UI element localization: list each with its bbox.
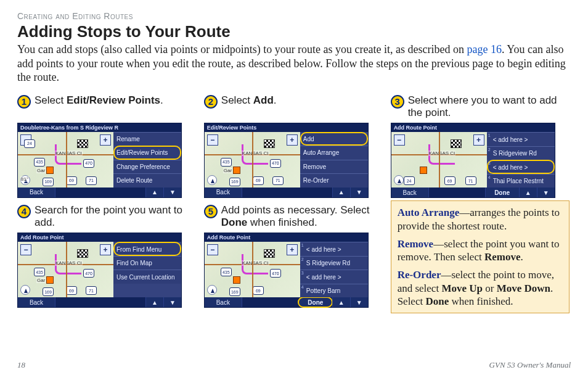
scroll-down-icon[interactable]: ▼: [537, 188, 555, 197]
column-1: 1 Select Edit/Review Points. Doubletree-…: [17, 91, 187, 314]
menu-item-thai-place[interactable]: 4Thai Place Restrnt: [487, 174, 555, 188]
zoom-out-icon[interactable]: −: [394, 134, 405, 146]
city-label: Gar: [36, 168, 46, 173]
step-badge: 1: [17, 95, 31, 109]
scroll-up-icon[interactable]: ▲: [145, 188, 163, 197]
hwy-shield: 435: [34, 158, 45, 167]
menu-item-ridgeview[interactable]: 2S Ridgeview Rd: [487, 146, 555, 160]
back-button[interactable]: Back: [18, 297, 55, 307]
step-3: 3 Select where you to want to add the po…: [391, 94, 571, 120]
compass-icon: [207, 285, 217, 295]
menu-item-ridgeview[interactable]: 2S Ridgeview Rd: [300, 256, 368, 270]
destination-flag-icon: [77, 249, 88, 258]
menu-item-add-here[interactable]: 1< add here >: [300, 242, 368, 256]
step-1: 1 Select Edit/Review Points.: [17, 94, 187, 119]
zoom-in-icon[interactable]: +: [287, 244, 298, 255]
device-menu: 1< add here > 2S Ridgeview Rd 3< add her…: [487, 132, 555, 188]
back-button[interactable]: Back: [18, 188, 55, 197]
scroll-down-icon[interactable]: ▼: [163, 188, 181, 197]
step-badge: 4: [17, 205, 31, 218]
city-label: KANSAS CI: [242, 150, 269, 156]
menu-item-add-here-2[interactable]: 3< add here >: [300, 270, 368, 284]
start-pin-icon: [46, 276, 54, 284]
hwy-shield: 470: [83, 269, 94, 278]
menu-item-rename[interactable]: Rename: [113, 132, 181, 146]
device-menu: Rename Edit/Review Points Change Prefere…: [113, 132, 181, 188]
destination-flag-icon: [451, 139, 462, 148]
scroll-up-icon[interactable]: ▲: [332, 297, 350, 307]
hwy-shield: 69: [66, 176, 77, 185]
menu-item-add-here[interactable]: 1< add here >: [487, 132, 555, 146]
zoom-out-icon[interactable]: −: [20, 244, 31, 255]
step-5: 5 Add points as necessary. Select Done w…: [204, 204, 374, 229]
menu-item-auto-arrange[interactable]: Auto Arrange: [300, 146, 368, 160]
back-button[interactable]: Back: [205, 188, 242, 197]
map-pane[interactable]: − + 435 470 69 71 169 KANSAS CI Gar: [205, 132, 300, 188]
manual-title: GVN 53 Owner's Manual: [489, 360, 571, 370]
step-badge: 5: [204, 205, 218, 218]
done-button[interactable]: Done: [298, 297, 332, 307]
intro-text: You can add stops (also called via point…: [17, 43, 467, 56]
scroll-up-icon[interactable]: ▲: [519, 188, 537, 197]
device-title: Add Route Point: [18, 233, 181, 242]
step-badge: 2: [204, 95, 218, 109]
screenshot-3: Add Route Point − + 69 71 24 KANSAS CI 1…: [391, 123, 555, 198]
hwy-shield: 71: [272, 176, 284, 185]
hwy-shield: 71: [465, 176, 476, 185]
hwy-shield: 169: [229, 178, 240, 186]
hwy-shield: 71: [86, 286, 97, 295]
zoom-out-icon[interactable]: −: [207, 134, 218, 146]
back-button[interactable]: Back: [205, 297, 242, 307]
zoom-in-icon[interactable]: +: [287, 134, 298, 146]
zoom-in-icon[interactable]: +: [100, 134, 111, 146]
device-title: Edit/Review Points: [205, 123, 368, 132]
scroll-up-icon[interactable]: ▲: [145, 297, 163, 307]
menu-item-add-here-2[interactable]: 3< add here >: [487, 160, 555, 174]
step-text: Search for the point you want to add.: [35, 204, 187, 229]
compass-icon: [20, 285, 30, 295]
hwy-shield: 24: [404, 176, 415, 185]
menu-item-from-find[interactable]: From Find Menu: [113, 242, 181, 256]
zoom-in-icon[interactable]: +: [100, 244, 111, 255]
menu-item-find-on-map[interactable]: Find On Map: [113, 256, 181, 270]
start-pin-icon: [420, 167, 427, 174]
hwy-shield: 69: [444, 176, 455, 185]
page16-link[interactable]: page 16: [467, 43, 502, 56]
screenshot-5: Add Route Point − + 435 470 69 169 KANSA…: [204, 233, 369, 308]
hwy-shield: 169: [43, 178, 54, 186]
menu-item-add[interactable]: Add: [300, 132, 368, 146]
menu-item-reorder[interactable]: Re-Order: [300, 173, 368, 188]
scroll-up-icon[interactable]: ▲: [332, 188, 350, 197]
menu-item-change-pref[interactable]: Change Preference: [113, 160, 181, 174]
step-4: 4 Search for the point you want to add.: [17, 204, 187, 229]
map-pane[interactable]: − + 435 470 169 69 71 24 KANSAS CI Gar 8…: [18, 132, 113, 188]
scroll-down-icon[interactable]: ▼: [163, 297, 181, 307]
device-title: Add Route Point: [205, 233, 368, 242]
start-pin-icon: [46, 167, 54, 174]
menu-item-remove[interactable]: Remove: [300, 160, 368, 174]
step-text: Select where you to want to add the poin…: [408, 94, 571, 120]
screenshot-4: Add Route Point − + 435 470 169 69 71 KA…: [17, 233, 182, 308]
map-pane[interactable]: − + 435 470 69 169 KANSAS CI: [205, 242, 300, 297]
hwy-shield: 24: [24, 139, 35, 148]
device-title: Doubletree-Kans from S Ridgeview R: [18, 123, 181, 132]
done-button[interactable]: Done: [485, 188, 519, 197]
zoom-out-icon[interactable]: −: [207, 244, 218, 255]
menu-item-edit-review[interactable]: Edit/Review Points: [113, 146, 181, 160]
back-button[interactable]: Back: [391, 188, 429, 197]
hwy-shield: 71: [86, 176, 97, 185]
city-label: KANSAS CI: [55, 260, 83, 266]
menu-item-current-loc[interactable]: Use Current Location: [113, 270, 181, 284]
hwy-shield: 470: [83, 159, 94, 168]
scroll-down-icon[interactable]: ▼: [350, 188, 368, 197]
menu-item-pottery-barn[interactable]: 4Pottery Barn: [300, 284, 368, 298]
hwy-shield: 169: [43, 287, 54, 296]
menu-item-delete[interactable]: Delete Route: [113, 173, 181, 188]
city-label: KANSAS CI: [55, 150, 83, 156]
hwy-shield: 435: [221, 158, 232, 167]
scroll-down-icon[interactable]: ▼: [350, 297, 368, 307]
map-pane[interactable]: − + 435 470 169 69 71 KANSAS CI Gar: [18, 242, 113, 297]
map-pane[interactable]: − + 69 71 24 KANSAS CI: [391, 132, 487, 188]
intro-paragraph: You can add stops (also called via point…: [17, 43, 571, 84]
zoom-in-icon[interactable]: +: [473, 134, 484, 146]
